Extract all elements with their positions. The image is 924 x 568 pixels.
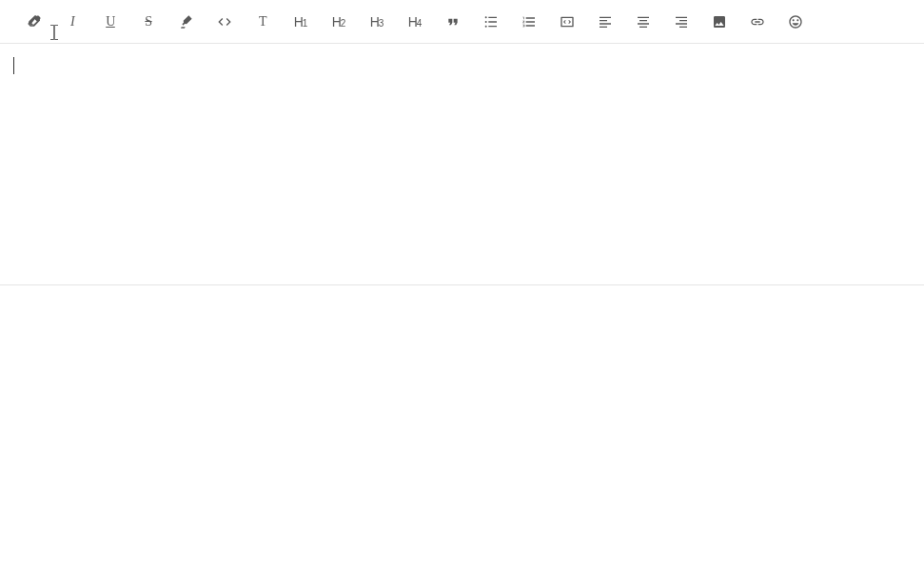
link-icon: [750, 14, 765, 29]
codeblock-button[interactable]: [548, 8, 586, 36]
quote-icon: [445, 14, 461, 29]
h2-icon: H2: [332, 14, 346, 29]
quote-button[interactable]: [434, 8, 472, 36]
align-right-icon: [674, 14, 689, 29]
h4-icon: H4: [408, 14, 423, 29]
italic-icon: I: [70, 14, 74, 29]
emoji-button[interactable]: [777, 8, 815, 36]
text-icon: T: [259, 14, 266, 29]
align-center-button[interactable]: [624, 8, 662, 36]
editor-content-area[interactable]: [0, 44, 924, 285]
eraser-button[interactable]: [15, 8, 53, 36]
link-button[interactable]: [738, 8, 777, 36]
align-center-icon: [636, 14, 651, 29]
underline-icon: U: [106, 14, 115, 29]
underline-button[interactable]: U: [91, 8, 129, 36]
highlight-button[interactable]: [167, 8, 206, 36]
h4-button[interactable]: H4: [396, 8, 434, 36]
italic-button[interactable]: I: [53, 8, 91, 36]
image-button[interactable]: [700, 8, 738, 36]
image-icon: [712, 14, 727, 29]
h3-button[interactable]: H3: [358, 8, 396, 36]
unordered-list-button[interactable]: [472, 8, 510, 36]
eraser-icon: [27, 14, 42, 29]
editor-toolbar: I U S T H1 H2 H3 H4: [0, 0, 924, 44]
align-right-button[interactable]: [662, 8, 700, 36]
strikethrough-button[interactable]: S: [129, 8, 167, 36]
strikethrough-icon: S: [145, 14, 151, 29]
code-icon: [217, 14, 232, 29]
unordered-list-icon: [483, 14, 499, 29]
codeblock-icon: [560, 14, 575, 29]
text-button[interactable]: T: [244, 8, 282, 36]
h1-icon: H1: [294, 14, 308, 29]
h3-icon: H3: [370, 14, 384, 29]
h1-button[interactable]: H1: [282, 8, 320, 36]
text-caret: [13, 57, 14, 74]
emoji-icon: [788, 14, 803, 29]
code-button[interactable]: [206, 8, 244, 36]
ordered-list-button[interactable]: [510, 8, 548, 36]
align-left-button[interactable]: [586, 8, 624, 36]
ordered-list-icon: [521, 14, 537, 29]
align-left-icon: [598, 14, 613, 29]
highlight-icon: [179, 14, 194, 29]
h2-button[interactable]: H2: [320, 8, 358, 36]
